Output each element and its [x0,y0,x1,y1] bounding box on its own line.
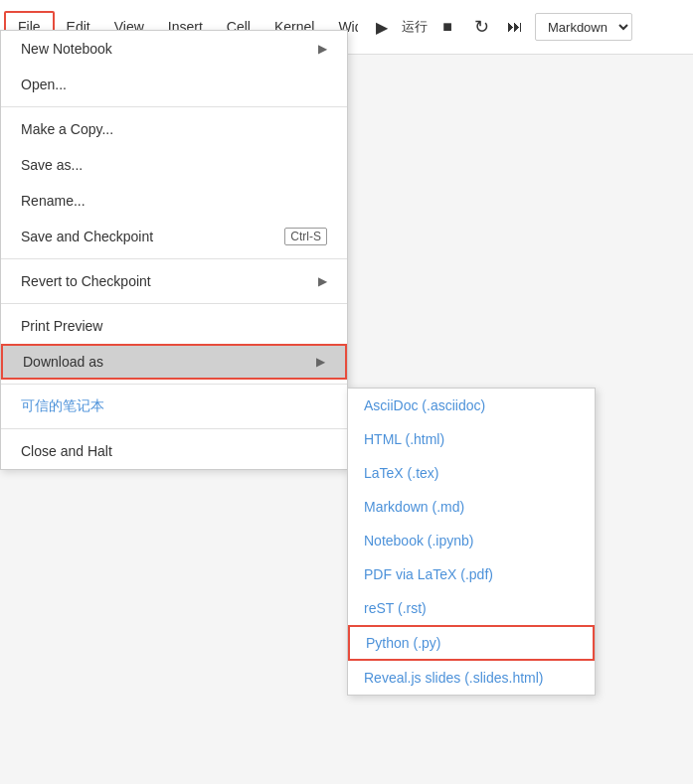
markdown-label: Markdown (.md) [364,499,464,515]
divider-1 [1,106,347,107]
close-halt-label: Close and Halt [21,443,112,459]
submenu-item-notebook[interactable]: Notebook (.ipynb) [348,524,595,557]
restart-button[interactable]: ↻ [467,13,495,41]
submenu-item-markdown[interactable]: Markdown (.md) [348,490,595,524]
toolbar-right: ▶ 运行 ■ ↻ ⏭ Markdown [358,0,693,55]
menu-item-open[interactable]: Open... [1,67,347,102]
revert-checkpoint-label: Revert to Checkpoint [21,273,151,289]
divider-3 [1,303,347,304]
menu-item-make-copy[interactable]: Make a Copy... [1,111,347,147]
submenu-item-reveal[interactable]: Reveal.js slides (.slides.html) [348,661,595,695]
save-as-label: Save as... [21,157,83,173]
divider-2 [1,258,347,259]
menu-item-new-notebook[interactable]: New Notebook ▶ [1,31,347,67]
menu-item-revert-checkpoint[interactable]: Revert to Checkpoint ▶ [1,263,347,299]
latex-label: LaTeX (.tex) [364,465,438,481]
submenu-item-asciidoc[interactable]: AsciiDoc (.asciidoc) [348,389,595,422]
rest-label: reST (.rst) [364,600,427,616]
cell-type-select[interactable]: Markdown [535,13,632,41]
make-copy-label: Make a Copy... [21,121,113,137]
download-as-arrow: ▶ [316,355,325,369]
divider-5 [1,428,347,429]
download-as-label: Download as [23,354,103,370]
print-preview-label: Print Preview [21,318,102,334]
python-label: Python (.py) [366,635,440,651]
new-notebook-arrow: ▶ [318,42,327,56]
menu-item-download-as[interactable]: Download as ▶ [1,344,347,380]
submenu-item-python[interactable]: Python (.py) [348,625,595,661]
new-notebook-label: New Notebook [21,41,112,57]
reveal-label: Reveal.js slides (.slides.html) [364,670,544,686]
trusted-notebook-label: 可信的笔记本 [21,397,104,415]
run-label: 运行 [402,18,428,36]
submenu-item-pdf-latex[interactable]: PDF via LaTeX (.pdf) [348,557,595,591]
notebook-label: Notebook (.ipynb) [364,533,474,549]
submenu-item-latex[interactable]: LaTeX (.tex) [348,456,595,490]
submenu-item-rest[interactable]: reST (.rst) [348,591,595,625]
submenu-item-html[interactable]: HTML (.html) [348,422,595,456]
menu-item-trusted-notebook[interactable]: 可信的笔记本 [1,389,347,424]
rename-label: Rename... [21,193,86,209]
asciidoc-label: AsciiDoc (.asciidoc) [364,397,485,413]
fast-forward-button[interactable]: ⏭ [501,13,529,41]
stop-button[interactable]: ■ [433,13,461,41]
html-label: HTML (.html) [364,431,444,447]
run-button[interactable]: ▶ [368,13,396,41]
menu-item-save-as[interactable]: Save as... [1,147,347,183]
menu-item-rename[interactable]: Rename... [1,183,347,219]
open-label: Open... [21,77,67,92]
revert-checkpoint-arrow: ▶ [318,274,327,288]
menu-item-print-preview[interactable]: Print Preview [1,308,347,344]
save-checkpoint-shortcut: Ctrl-S [284,228,327,245]
save-checkpoint-label: Save and Checkpoint [21,229,153,244]
menu-item-save-checkpoint[interactable]: Save and Checkpoint Ctrl-S [1,219,347,254]
download-as-submenu: AsciiDoc (.asciidoc) HTML (.html) LaTeX … [347,388,596,696]
pdf-latex-label: PDF via LaTeX (.pdf) [364,566,493,582]
menu-item-close-halt[interactable]: Close and Halt [1,433,347,469]
divider-4 [1,384,347,385]
file-dropdown-menu: New Notebook ▶ Open... Make a Copy... Sa… [0,30,348,470]
